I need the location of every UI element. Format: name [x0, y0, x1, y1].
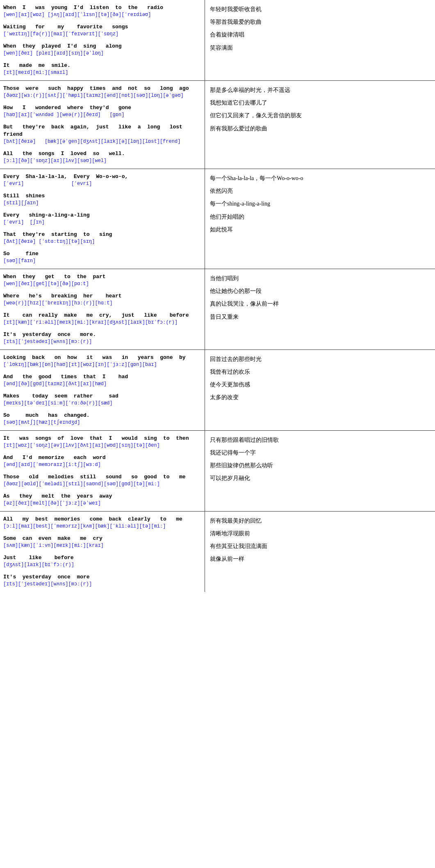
lyric-line-7-4: It's yesterday once more: [3, 573, 201, 581]
section-2: Those were such happy times and not so l…: [0, 81, 435, 169]
section-1: When I was young I'd listen to the radio…: [0, 0, 435, 81]
lyric-line-6-2: And I'd memorize each word: [3, 454, 201, 461]
lyric-block-5-4: So much has changed.[səʊ][mʌtʃ][hæz][tʃe…: [3, 412, 201, 426]
chinese-line-1-2: 等那首我最爱的歌曲: [210, 17, 430, 27]
phonetic-line-3-2: [stɪl][ʃaɪn]: [3, 200, 201, 207]
lyric-line-7-2: Some can even make me cry: [3, 535, 201, 542]
lyric-block-5-1: Looking back on how it was in years gone…: [3, 354, 201, 368]
phonetic-line-1-2: [ˈweɪtɪŋ][fə(r)][maɪ][ˈfeɪvərɪt][ˈsɒŋz]: [3, 31, 201, 38]
lyric-line-1-4: It made me smile.: [3, 62, 201, 69]
lyric-line-3-4: That they're starting to sing: [3, 231, 201, 238]
chinese-line-7-2: 清晰地浮现眼前: [210, 528, 430, 539]
lyric-line-6-3: Those old melodies still sound so good t…: [3, 473, 201, 481]
chinese-line-2-4: 所有我那么爱过的歌曲: [210, 123, 430, 134]
lyric-block-6-4: As they melt the years away[əz][ðeɪ][mel…: [3, 493, 201, 507]
lyric-block-2-3: But they're back again, just like a long…: [3, 123, 201, 145]
lyric-block-6-2: And I'd memorize each word[ənd][aɪd][ˈme…: [3, 454, 201, 468]
lyric-line-4-4: It's yesterday once more.: [3, 331, 201, 338]
lyric-block-2-2: How I wondered where they'd gone[haʊ][aɪ…: [3, 104, 201, 119]
lyric-line-2-3: But they're back again, just like a long…: [3, 123, 201, 138]
left-col-3: Every Sha-la-la-la, Every Wo-o-wo-o,[ˈev…: [0, 169, 205, 269]
lyric-line-2-4: All the songs I loved so well.: [3, 150, 201, 158]
lyric-line-1-2: Waiting for my favorite songs: [3, 23, 201, 31]
left-col-6: It was songs of love that I would sing t…: [0, 431, 205, 511]
lyric-line-2-2: How I wondered where they'd gone: [3, 104, 201, 112]
chinese-line-4-4: 昔日又重来: [210, 312, 430, 322]
lyric-block-6-1: It was songs of love that I would sing t…: [3, 435, 201, 449]
lyric-block-1-4: It made me smile.[ɪt][meɪd][miː][smaɪl]: [3, 62, 201, 76]
chinese-line-3-2: 依然闪亮: [210, 186, 430, 196]
lyric-line-7-1: All my best memories come back clearly t…: [3, 516, 201, 523]
right-col-1: 年轻时我爱听收音机等那首我最爱的歌曲合着旋律清唱笑容满面: [205, 0, 435, 80]
lyric-line-1-3: When they played I'd sing along: [3, 43, 201, 50]
section-6: It was songs of love that I would sing t…: [0, 431, 435, 512]
chinese-line-3-3: 每一个shing-a-ling-a-ling: [210, 199, 430, 209]
lyric-line-6-1: It was songs of love that I would sing t…: [3, 435, 201, 442]
right-col-3: 每一个Sha-la-la-la，每一个Wo-o-wo-o依然闪亮每一个shing…: [205, 169, 435, 269]
lyric-block-5-2: And the good times that I had[ənd][ðə][g…: [3, 373, 201, 388]
lyric-block-4-3: It can really make me cry, just like bef…: [3, 312, 201, 326]
phonetic-line-4-4: [ɪts][ˈjestədeɪ][wʌns][mɔː(r)]: [3, 338, 201, 345]
phonetic-line-3-5: [səʊ][faɪn]: [3, 258, 201, 265]
chinese-line-3-5: 如此悦耳: [210, 224, 430, 235]
right-col-7: 所有我最美好的回忆清晰地浮现眼前有些其至让我泪流满面就像从前一样: [205, 512, 435, 592]
lyric-block-4-2: Where he's breaking her heart[weə(r)][hɪ…: [3, 292, 201, 307]
lyric-block-1-2: Waiting for my favorite songs[ˈweɪtɪŋ][f…: [3, 23, 201, 38]
phonetic-line-4-2: [weə(r)][hɪz][ˈbreɪkɪŋ][hɜː(r)][hɑːt]: [3, 300, 201, 307]
lyric-line-3-1: Every Sha-la-la-la, Every Wo-o-wo-o,: [3, 173, 201, 180]
chinese-line-4-1: 当他们唱到: [210, 273, 430, 283]
lyric-block-5-3: Makes today seem rather sad[meɪks][təˈde…: [3, 393, 201, 407]
lyric-block-7-1: All my best memories come back clearly t…: [3, 516, 201, 530]
phonetic-line-7-2: [sʌm][kæn][ˈiːvn][meɪk][miː][kraɪ]: [3, 542, 201, 549]
right-col-5: 回首过去的那些时光我曾有过的欢乐使今天更加伤感太多的改变: [205, 350, 435, 430]
lyric-block-4-4: It's yesterday once more.[ɪts][ˈjestədeɪ…: [3, 331, 201, 345]
chinese-line-1-3: 合着旋律清唱: [210, 30, 430, 40]
lyric-line-5-4: So much has changed.: [3, 412, 201, 419]
chinese-line-4-2: 他让她伤心的那一段: [210, 286, 430, 296]
section-5: Looking back on how it was in years gone…: [0, 350, 435, 431]
chinese-line-6-3: 那些旧旋律仍然那么动听: [210, 460, 430, 471]
lyric-block-2-4: All the songs I loved so well.[ɔːl][ðə][…: [3, 150, 201, 164]
phonetic-line-2-1: [ðəʊz][wɜː(r)][sʌtʃ][ˈhæpi][taɪmz][ənd][…: [3, 92, 201, 99]
left-col-2: Those were such happy times and not so l…: [0, 81, 205, 169]
phonetic-line-5-3: [meɪks][təˈdeɪ][siːm][ˈrɑːðə(r)][sæd]: [3, 400, 201, 407]
lyric-line-6-4: As they melt the years away: [3, 493, 201, 500]
phonetic-line-5-1: [ˈlʊkɪŋ][bæk][ɒn][haʊ][ɪt][wɒz][ɪn][ˈjɜː…: [3, 361, 201, 368]
right-col-2: 那是多么幸福的时光，并不遥远我想知道它们去哪儿了但它们又回来了，像久无音信的朋友…: [205, 81, 435, 169]
chinese-line-5-2: 我曾有过的欢乐: [210, 367, 430, 377]
phonetic-line-1-1: [wen][aɪ][wɒz] [jʌŋ][aɪd][ˈlɪsn][tə][ðə]…: [3, 11, 201, 18]
phonetic-line-7-4: [ɪts][ˈjestədeɪ][wʌns][mɔː(r)]: [3, 581, 201, 588]
section-3: Every Sha-la-la-la, Every Wo-o-wo-o,[ˈev…: [0, 169, 435, 269]
chinese-line-6-1: 只有那些跟着唱过的旧情歌: [210, 435, 430, 445]
chinese-line-3-1: 每一个Sha-la-la-la，每一个Wo-o-wo-o: [210, 173, 430, 183]
lyric-block-2-1: Those were such happy times and not so l…: [3, 85, 201, 99]
lyric-block-3-2: Still shines[stɪl][ʃaɪn]: [3, 192, 201, 207]
lyric-block-4-1: When they get to the part[wen][ðeɪ][get]…: [3, 273, 201, 288]
chinese-line-3-4: 他们开始唱的: [210, 212, 430, 222]
phonetic-line-6-3: [ðəʊz][əʊld][ˈmelədi][stɪl][saʊnd][səʊ][…: [3, 481, 201, 488]
lyric-line-5-1: Looking back on how it was in years gone…: [3, 354, 201, 361]
phonetic-line-3-3: [ˈevri] [ʃɪn]: [3, 219, 201, 226]
chinese-line-1-4: 笑容满面: [210, 43, 430, 53]
phonetic-line-4-1: [wen][ðeɪ][get][tə][ðə][pɑːt]: [3, 281, 201, 288]
lyric-line-7-3: Just like before: [3, 554, 201, 562]
chinese-line-5-3: 使今天更加伤感: [210, 379, 430, 390]
lyric-line-3-3: Every shing-a-ling-a-ling: [3, 212, 201, 219]
phonetic-line-1-3: [wen][ðeɪ] [pleɪ][aɪd][sɪŋ][əˈlɒŋ]: [3, 50, 201, 57]
lyric-block-3-3: Every shing-a-ling-a-ling[ˈevri] [ʃɪn]: [3, 212, 201, 226]
lyric-line-1-1: When I was young I'd listen to the radio: [3, 4, 201, 11]
left-col-7: All my best memories come back clearly t…: [0, 512, 205, 592]
lyric-block-7-3: Just like before[dʒʌst][laɪk][bɪˈfɔː(r)]: [3, 554, 201, 569]
phonetic-line-2-3: [bʌt][ðeɪə] [bæk][əˈgen][dʒʌst][laɪk][ə]…: [3, 138, 201, 145]
chinese-line-5-4: 太多的改变: [210, 392, 430, 402]
lyric-block-3-5: So fine[səʊ][faɪn]: [3, 250, 201, 265]
phonetic-line-5-2: [ənd][ðə][gʊd][taɪmz][ðʌt][aɪ][hæd]: [3, 381, 201, 388]
left-col-5: Looking back on how it was in years gone…: [0, 350, 205, 430]
lyric-block-3-1: Every Sha-la-la-la, Every Wo-o-wo-o,[ˈev…: [3, 173, 201, 187]
chinese-line-7-3: 有些其至让我泪流满面: [210, 541, 430, 551]
lyric-block-6-3: Those old melodies still sound so good t…: [3, 473, 201, 488]
phonetic-line-2-4: [ɔːl][ðə][ˈsɒŋz][aɪ][lʌv][səʊ][wel]: [3, 158, 201, 164]
lyric-line-5-2: And the good times that I had: [3, 373, 201, 381]
lyric-line-4-3: It can really make me cry, just like bef…: [3, 312, 201, 319]
section-7: All my best memories come back clearly t…: [0, 512, 435, 592]
